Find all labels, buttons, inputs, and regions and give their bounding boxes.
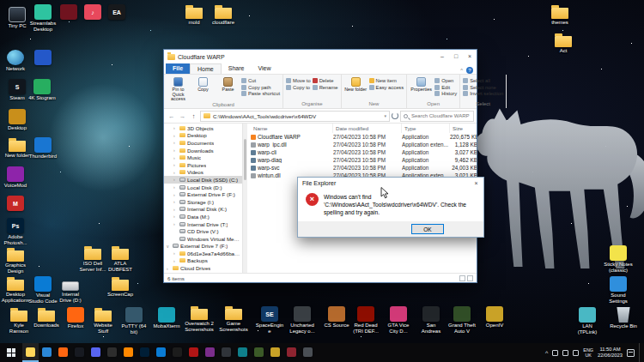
desktop-icon[interactable]: Sound Settings [605, 276, 632, 304]
desktop-icon[interactable]: OpenIV [481, 306, 508, 329]
taskbar-app[interactable] [88, 343, 104, 362]
select-all-button[interactable]: Select all [463, 78, 503, 83]
search-box[interactable] [400, 111, 474, 122]
expand-chevron-icon[interactable]: › [173, 258, 178, 263]
desktop-icon[interactable]: Act [550, 33, 577, 54]
desktop-icon[interactable]: Ps Adobe Photosh... [2, 218, 29, 245]
desktop-icon[interactable]: Website Stuff [89, 307, 117, 334]
copy-button[interactable]: Copy [191, 75, 215, 93]
close-button[interactable]: × [463, 50, 477, 63]
file-row[interactable]: warp-cli 27/04/2023 10:58 PM Application… [247, 148, 477, 156]
taskbar-app[interactable] [300, 343, 316, 362]
expand-chevron-icon[interactable]: › [173, 207, 178, 212]
desktop-icon[interactable]: mold [180, 4, 208, 26]
sidebar-item[interactable]: › Desktop [164, 132, 242, 140]
desktop-icon[interactable]: Tiny PC [3, 7, 31, 29]
taskbar-app[interactable] [39, 343, 55, 362]
clock[interactable]: 11:50 AM 22/06/2023 [598, 347, 623, 359]
edit-button[interactable]: Edit [434, 85, 457, 90]
expand-chevron-icon[interactable]: › [173, 133, 178, 138]
desktop-icon[interactable]: Grand Theft Auto V [448, 306, 476, 334]
move-to-button[interactable]: Move to [286, 78, 311, 83]
desktop-icon[interactable] [29, 50, 57, 66]
rename-button[interactable]: Rename [313, 85, 338, 90]
search-input[interactable] [401, 112, 473, 121]
expand-chevron-icon[interactable]: › [173, 221, 178, 226]
ok-button[interactable]: OK [411, 224, 444, 234]
desktop-icon[interactable]: Sticky Notes (classic) [605, 245, 632, 273]
scrollbar-thumb[interactable] [244, 139, 246, 180]
desktop-icon[interactable]: San Andreas Def... [417, 306, 445, 335]
expand-chevron-icon[interactable]: › [173, 155, 178, 160]
desktop-icon[interactable]: SE SpaceEngine [256, 306, 283, 334]
sidebar-item[interactable]: › Videos [164, 169, 242, 177]
expand-chevron-icon[interactable]: › [173, 125, 178, 130]
desktop-icon[interactable]: Graphics Design [2, 247, 29, 274]
new-item-button[interactable]: New item [369, 78, 404, 83]
taskbar-app[interactable] [234, 343, 251, 362]
desktop-icon[interactable]: Firefox [62, 307, 89, 329]
select-none-button[interactable]: Select none [463, 85, 503, 90]
sidebar-item[interactable]: v External Drive 7 (F:) [164, 243, 242, 250]
refresh-icon[interactable] [392, 112, 398, 119]
sidebar-item[interactable]: › External Drive F (F:) [164, 190, 242, 198]
up-button[interactable]: ↑ [189, 112, 198, 120]
sidebar-item[interactable]: › Pictures [164, 161, 242, 169]
forward-button[interactable]: → [178, 112, 187, 120]
open-button[interactable]: Open [434, 78, 457, 83]
taskbar-app[interactable] [120, 343, 137, 362]
collapse-ribbon-icon[interactable]: ^ [460, 68, 463, 73]
desktop-icon[interactable]: Streamlabs Desktop [29, 4, 57, 32]
show-hidden-icons-chevron[interactable]: ^ [545, 350, 548, 356]
expand-chevron-icon[interactable]: › [173, 140, 178, 145]
sidebar-scrollbar[interactable] [243, 124, 247, 273]
tab-view[interactable]: View [251, 63, 277, 74]
desktop-icon[interactable]: Visual Studio Code [29, 276, 57, 304]
desktop-icon[interactable]: Thunderbird [29, 137, 57, 160]
taskbar-app[interactable] [202, 343, 218, 362]
copy-to-button[interactable]: Copy to [286, 85, 311, 90]
tab-home[interactable]: Home [190, 63, 222, 74]
taskbar-app[interactable] [251, 343, 267, 362]
desktop-icon[interactable]: Uncharted Legacy o... [289, 306, 316, 334]
tray-icon[interactable] [562, 350, 568, 356]
desktop-icon[interactable]: PuTTY (64 bit) [120, 307, 148, 335]
sidebar-item[interactable]: › Downloads [164, 147, 242, 154]
taskbar-app[interactable] [185, 343, 202, 362]
sidebar-item[interactable]: › Internal Disk (K:) [164, 206, 242, 214]
thumbnail-view-icon[interactable] [467, 275, 473, 281]
start-button[interactable] [0, 343, 22, 362]
notification-center-icon[interactable] [627, 349, 635, 357]
delete-button[interactable]: Delete [313, 78, 338, 83]
paste-shortcut-button[interactable]: Paste shortcut [241, 91, 280, 96]
desktop-icon[interactable]: LAN (TPLink) [574, 307, 601, 335]
cut-button[interactable]: Cut [241, 78, 280, 83]
taskbar-app[interactable] [267, 343, 283, 362]
desktop-icon[interactable]: VoiceMod [2, 166, 29, 189]
sidebar-item[interactable]: › Storage (I:) [164, 198, 242, 206]
dialog-titlebar[interactable]: File Explorer × [298, 178, 483, 189]
sidebar-item[interactable]: › Data (M:) [164, 213, 242, 220]
sidebar-item[interactable]: › Internal Drive (T:) [164, 220, 242, 228]
expand-chevron-icon[interactable]: › [167, 266, 171, 271]
desktop-icon[interactable]: MobaXterm [153, 307, 180, 329]
sidebar-item[interactable]: CD Drive (V:) [164, 227, 242, 235]
language-indicator[interactable]: ENG UK [583, 347, 593, 358]
sidebar-item[interactable]: › Backups [164, 257, 242, 265]
column-header-name[interactable]: Name [251, 124, 333, 133]
copy-path-button[interactable]: Copy path [241, 85, 280, 90]
sidebar-item[interactable]: › Local Disk (D:) [164, 184, 242, 191]
desktop-icon[interactable]: Kyle Ramson [5, 307, 33, 334]
taskbar-app[interactable] [283, 343, 300, 362]
desktop-icon[interactable]: Overwatch 2 Screenshots [185, 305, 213, 332]
sidebar-item[interactable]: › Documents [164, 139, 242, 147]
desktop-icon[interactable]: Red Dead (TRI DEF... [352, 306, 380, 334]
desktop-icon[interactable]: CS Source [323, 306, 350, 329]
column-header-size[interactable]: Size [450, 124, 477, 133]
tab-file[interactable]: File [166, 63, 190, 74]
desktop-icon[interactable]: New folder [3, 137, 31, 159]
back-button[interactable]: ← [167, 112, 176, 120]
tray-icon[interactable] [552, 350, 558, 356]
column-header-date[interactable]: Date modified [333, 124, 402, 133]
taskbar-app[interactable] [218, 343, 234, 362]
